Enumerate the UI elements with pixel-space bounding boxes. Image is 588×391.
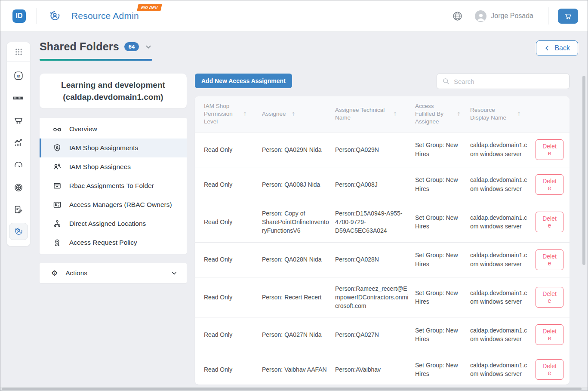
horizontal-scrollbar-thumb[interactable] (2, 388, 582, 390)
sort-asc-icon[interactable]: ↑ (243, 111, 247, 118)
menu-item-iam-shop-assignees[interactable]: IAM Shop Assignees (40, 157, 187, 176)
cell-resource: caldap.devdomain1.com windows server (470, 244, 536, 275)
column-header-actions (536, 96, 570, 132)
app-title[interactable]: Resource Admin (71, 11, 139, 21)
cell-assignee: Person: Recert Recert (262, 286, 335, 308)
cell-assignee: Person: QA029N Nida (262, 139, 335, 161)
cell-permission: Read Only (195, 358, 262, 381)
fingerprint-icon[interactable] (7, 176, 30, 199)
cell-fulfilled-by: Set Group: New Hires (415, 206, 470, 238)
cell-assignee: Person: QA008J Nida (262, 173, 335, 196)
delete-button[interactable]: Delete (536, 249, 563, 270)
menu-item-label: IAM Shop Assignments (69, 144, 138, 152)
glasses-icon (53, 125, 62, 133)
resource-title: Learning and development (caldap.devdoma… (61, 80, 165, 102)
archive-box-icon (53, 182, 62, 190)
language-globe-icon[interactable] (452, 11, 463, 22)
page-head: Shared Folders 64 Back (40, 40, 578, 61)
back-button[interactable]: Back (536, 40, 578, 56)
cell-permission: Read Only (195, 248, 262, 271)
menu-item-label: Overview (69, 125, 97, 133)
search-box[interactable] (437, 74, 570, 89)
document-edit-icon[interactable] (7, 199, 30, 221)
back-chevron-icon (544, 45, 550, 51)
horizontal-scrollbar-track[interactable] (0, 387, 588, 391)
search-input[interactable] (454, 78, 564, 85)
sort-asc-icon[interactable]: ↑ (291, 111, 296, 118)
cell-resource: caldap.devdomain1.com windows server (470, 206, 536, 238)
cell-technical-name: Person:QA027N (335, 323, 415, 346)
cell-fulfilled-by: Set Group: New Hires (415, 282, 470, 313)
table-row: Read Only Person: Copy of SharePointOnli… (195, 202, 570, 242)
cell-assignee: Person: QA028N Nida (262, 248, 335, 271)
cell-fulfilled-by: Set Group: New Hires (415, 319, 470, 351)
actions-label: Actions (65, 269, 87, 277)
column-header-resource-display-name[interactable]: Resource Display Name ↑ (470, 96, 536, 132)
shopping-cart-button[interactable] (558, 9, 578, 24)
menu-item-label: Access Request Policy (69, 239, 137, 246)
cell-permission: Read Only (195, 211, 262, 233)
cell-resource: caldap.devdomain1.com windows server (470, 319, 536, 351)
cell-fulfilled-by: Set Group: New Hires (415, 134, 470, 165)
sort-asc-icon[interactable]: ↑ (517, 111, 521, 118)
id-badge-icon[interactable]: ID (7, 65, 30, 87)
column-header-fulfilled-by[interactable]: Access Fulfilled By Assignee ↑ (415, 96, 470, 132)
header-right: Jorge Posada (452, 7, 588, 25)
user-avatar[interactable] (475, 10, 486, 22)
cell-technical-name: Person:QA008J (335, 173, 415, 196)
user-name[interactable]: Jorge Posada (491, 12, 533, 20)
delete-button[interactable]: Delete (536, 212, 563, 232)
svg-text:ID: ID (17, 74, 21, 78)
people-icon (53, 163, 62, 171)
column-header-technical-name[interactable]: Assignee Technical Name ↑ (335, 96, 415, 132)
cell-technical-name: Person:AVaibhav (335, 358, 415, 381)
shopping-cart-rail-icon[interactable] (7, 109, 30, 132)
menu-item-overview[interactable]: Overview (40, 120, 187, 139)
title-chevron-down-icon[interactable] (144, 43, 153, 51)
cart-icon (563, 12, 573, 21)
cell-technical-name: Person:Rameez_recert@EmpowerIDContractor… (335, 277, 415, 317)
actions-dropdown[interactable]: ⚙ Actions (40, 263, 187, 283)
menu-item-access-managers[interactable]: Access Managers (RBAC Owners) (40, 195, 187, 214)
sort-asc-icon[interactable]: ↑ (456, 111, 461, 118)
cell-fulfilled-by: Set Group: New Hires (415, 354, 470, 385)
delete-button[interactable]: Delete (536, 287, 563, 308)
sort-asc-icon[interactable]: ↑ (393, 111, 397, 118)
delete-button[interactable]: Delete (536, 139, 563, 160)
resource-title-card: Learning and development (caldap.devdoma… (40, 74, 187, 108)
page-title: Shared Folders (40, 40, 119, 53)
column-header-permission-level[interactable]: IAM Shop Permission Level ↑ (195, 96, 262, 132)
analytics-chart-icon[interactable] (7, 132, 30, 154)
logo-text: ID (16, 12, 23, 20)
page-content: Shared Folders 64 Back (40, 40, 570, 391)
count-badge: 64 (124, 42, 139, 51)
menu-item-iam-shop-assignments[interactable]: IAM Shop Assignments (40, 139, 187, 157)
cell-resource: caldap.devdomain1.com windows server (470, 169, 536, 200)
table-row: Read Only Person: QA028N Nida Person:QA0… (195, 242, 570, 277)
app-rail: ID (6, 42, 31, 391)
vertical-scrollbar[interactable] (582, 76, 585, 265)
cell-technical-name: Person:D15A0949-A955-4700-9729-D59AC5EC6… (335, 202, 415, 242)
gauge-icon[interactable] (7, 154, 30, 176)
resource-menu: Overview IAM Shop Assignments (40, 118, 187, 254)
resource-admin-rail-icon[interactable] (7, 221, 30, 242)
empowerid-logo[interactable]: ID (12, 9, 26, 23)
delete-button[interactable]: Delete (536, 359, 563, 380)
table-toolbar: Add New Access Assignment (195, 74, 570, 89)
menu-item-direct-assigned-locations[interactable]: Direct Assigned Locations (40, 214, 187, 233)
resource-admin-app-icon (48, 9, 61, 22)
column-header-assignee[interactable]: Assignee ↑ (262, 96, 335, 132)
cell-resource: caldap.devdomain1.com windows server (470, 134, 536, 165)
table-row: Read Only Person: QA008J Nida Person:QA0… (195, 167, 570, 202)
title-underline (40, 59, 152, 61)
add-new-access-assignment-button[interactable]: Add New Access Assignment (195, 74, 292, 88)
menu-item-rbac-assignments[interactable]: Rbac Assignments To Folder (40, 176, 187, 195)
cell-assignee: Person: Copy of SharePointOnlineInventor… (262, 202, 335, 242)
actions-chevron-down-icon (170, 269, 178, 277)
gear-icon: ⚙ (51, 270, 58, 277)
menu-item-access-request-policy[interactable]: Access Request Policy (40, 233, 187, 252)
assignments-table: IAM Shop Permission Level ↑ Assignee ↑ A… (195, 96, 570, 385)
delete-button[interactable]: Delete (536, 324, 563, 345)
apps-grid-icon[interactable] (7, 42, 30, 62)
delete-button[interactable]: Delete (536, 174, 563, 195)
